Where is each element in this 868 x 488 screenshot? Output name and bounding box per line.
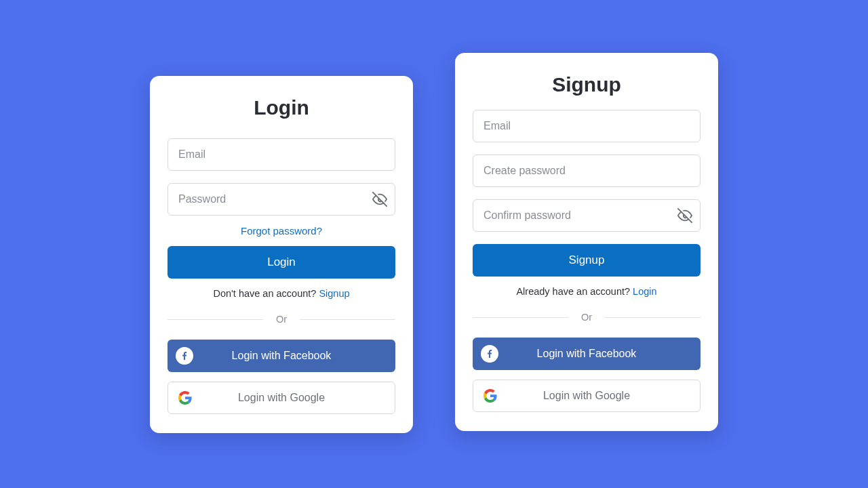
signup-email-input[interactable]: [473, 110, 701, 142]
google-icon: [176, 389, 194, 407]
switch-prompt: Already have an account?: [516, 286, 633, 297]
signup-email-field-wrap: [473, 110, 701, 142]
switch-to-login: Already have an account? Login: [473, 286, 701, 297]
facebook-label: Login with Facebook: [537, 348, 637, 360]
switch-to-signup: Don't have an account? Signup: [167, 288, 395, 299]
confirm-password-input[interactable]: [473, 199, 701, 232]
login-button[interactable]: Login: [167, 246, 395, 279]
confirm-password-field-wrap: [473, 199, 701, 232]
google-label: Login with Google: [238, 392, 325, 404]
google-login-button[interactable]: Login with Google: [167, 382, 395, 414]
divider: Or: [473, 312, 701, 323]
signup-title: Signup: [473, 73, 701, 96]
signup-button[interactable]: Signup: [473, 244, 701, 277]
signup-card: Signup Signup Already have an account? L…: [455, 53, 718, 431]
divider: Or: [167, 314, 395, 325]
forgot-password-link[interactable]: Forgot password?: [167, 225, 395, 237]
email-field-wrap: [167, 138, 395, 171]
login-card: Login Forgot password? Login Don't have …: [150, 76, 413, 433]
google-label: Login with Google: [543, 390, 630, 402]
create-password-field-wrap: [473, 155, 701, 187]
password-field-wrap: [167, 183, 395, 216]
eye-off-icon[interactable]: [677, 208, 692, 223]
facebook-login-button[interactable]: Login with Facebook: [167, 340, 395, 372]
switch-prompt: Don't have an account?: [213, 288, 319, 299]
facebook-signup-button[interactable]: Login with Facebook: [473, 338, 701, 370]
login-title: Login: [167, 96, 395, 119]
signup-link[interactable]: Signup: [319, 288, 349, 299]
facebook-icon: [176, 347, 193, 365]
eye-off-icon[interactable]: [372, 192, 387, 207]
google-icon: [481, 387, 499, 405]
email-input[interactable]: [167, 138, 395, 171]
facebook-label: Login with Facebook: [232, 350, 332, 362]
password-input[interactable]: [167, 183, 395, 216]
google-signup-button[interactable]: Login with Google: [473, 380, 701, 412]
create-password-input[interactable]: [473, 155, 701, 187]
facebook-icon: [481, 345, 498, 363]
login-link[interactable]: Login: [633, 286, 656, 297]
